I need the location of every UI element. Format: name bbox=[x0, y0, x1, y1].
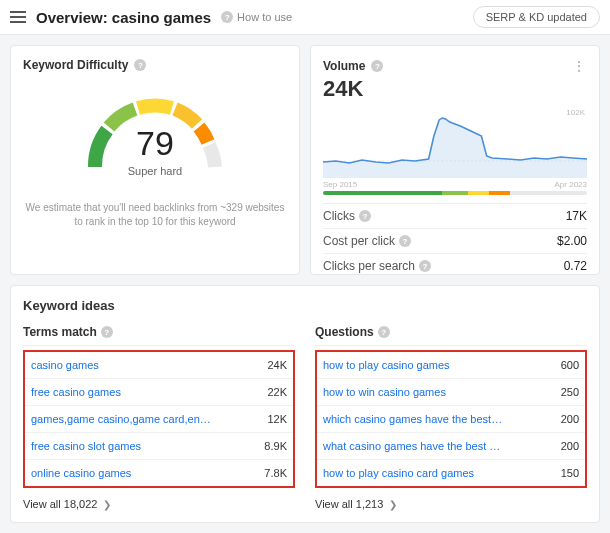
info-icon[interactable]: ? bbox=[378, 326, 390, 338]
keyword-row: games,game casino,game card,entertainmen… bbox=[25, 406, 293, 433]
menu-icon[interactable] bbox=[10, 11, 26, 23]
ideas-title: Keyword ideas bbox=[23, 298, 587, 313]
keyword-link[interactable]: online casino games bbox=[31, 467, 131, 479]
keyword-row: free casino slot games8.9K bbox=[25, 433, 293, 460]
keyword-row: how to play casino card games150 bbox=[317, 460, 585, 486]
kd-label: Super hard bbox=[80, 165, 230, 177]
chevron-right-icon: ❯ bbox=[389, 499, 397, 510]
keyword-link[interactable]: free casino slot games bbox=[31, 440, 141, 452]
keyword-ideas-card: Keyword ideas Terms match ? casino games… bbox=[10, 285, 600, 523]
metric-cpc: Cost per click? $2.00 bbox=[323, 228, 587, 253]
help-icon: ? bbox=[221, 11, 233, 23]
keyword-row: which casino games have the best odds200 bbox=[317, 406, 585, 433]
info-icon[interactable]: ? bbox=[371, 60, 383, 72]
volume-metrics: Clicks? 17K Cost per click? $2.00 Clicks… bbox=[323, 203, 587, 278]
terms-match-column: Terms match ? casino games24K free casin… bbox=[23, 325, 295, 510]
topbar: Overview: casino games ? How to use SERP… bbox=[0, 0, 610, 35]
volume-value: 24K bbox=[323, 76, 587, 102]
keyword-difficulty-card: Keyword Difficulty ? 79 Super hard We es… bbox=[10, 45, 300, 275]
kd-footnote: We estimate that you'll need backlinks f… bbox=[26, 201, 285, 229]
keyword-row: what casino games have the best odds200 bbox=[317, 433, 585, 460]
serp-kd-status-pill[interactable]: SERP & KD updated bbox=[473, 6, 600, 28]
page-title: Overview: casino games bbox=[36, 9, 211, 26]
keyword-link[interactable]: games,game casino,game card,entertainmen… bbox=[31, 413, 211, 425]
keyword-link[interactable]: free casino games bbox=[31, 386, 121, 398]
keyword-link[interactable]: how to play casino card games bbox=[323, 467, 474, 479]
chart-colorbar bbox=[323, 191, 587, 195]
volume-chart: 102K Sep 2015 Apr 2023 bbox=[323, 106, 587, 195]
keyword-row: how to play casino games600 bbox=[317, 352, 585, 379]
kd-gauge: 79 Super hard bbox=[80, 82, 230, 187]
info-icon[interactable]: ? bbox=[134, 59, 146, 71]
keyword-link[interactable]: how to play casino games bbox=[323, 359, 450, 371]
info-icon[interactable]: ? bbox=[359, 210, 371, 222]
keyword-link[interactable]: casino games bbox=[31, 359, 99, 371]
kd-score: 79 bbox=[80, 124, 230, 163]
info-icon[interactable]: ? bbox=[101, 326, 113, 338]
volume-title: Volume bbox=[323, 59, 365, 73]
questions-highlight-box: how to play casino games600 how to win c… bbox=[315, 350, 587, 488]
volume-card: Volume ? ⋮ 24K 102K Sep 2015 Apr 2023 bbox=[310, 45, 600, 275]
chevron-right-icon: ❯ bbox=[103, 499, 111, 510]
how-to-use-link[interactable]: ? How to use bbox=[221, 11, 292, 23]
keyword-link[interactable]: how to win casino games bbox=[323, 386, 446, 398]
view-all-questions-link[interactable]: View all 1,213❯ bbox=[315, 498, 587, 510]
keyword-row: online casino games7.8K bbox=[25, 460, 293, 486]
terms-highlight-box: casino games24K free casino games22K gam… bbox=[23, 350, 295, 488]
chart-date-end: Apr 2023 bbox=[555, 180, 587, 189]
more-icon[interactable]: ⋮ bbox=[572, 58, 587, 74]
keyword-row: free casino games22K bbox=[25, 379, 293, 406]
view-all-terms-link[interactable]: View all 18,022❯ bbox=[23, 498, 295, 510]
keyword-row: casino games24K bbox=[25, 352, 293, 379]
info-icon[interactable]: ? bbox=[399, 235, 411, 247]
kd-title: Keyword Difficulty bbox=[23, 58, 128, 72]
chart-date-start: Sep 2015 bbox=[323, 180, 357, 189]
keyword-link[interactable]: what casino games have the best odds bbox=[323, 440, 503, 452]
metric-clicks: Clicks? 17K bbox=[323, 203, 587, 228]
keyword-link[interactable]: which casino games have the best odds bbox=[323, 413, 503, 425]
keyword-row: how to win casino games250 bbox=[317, 379, 585, 406]
metric-cps: Clicks per search? 0.72 bbox=[323, 253, 587, 278]
info-icon[interactable]: ? bbox=[419, 260, 431, 272]
questions-column: Questions ? how to play casino games600 … bbox=[315, 325, 587, 510]
